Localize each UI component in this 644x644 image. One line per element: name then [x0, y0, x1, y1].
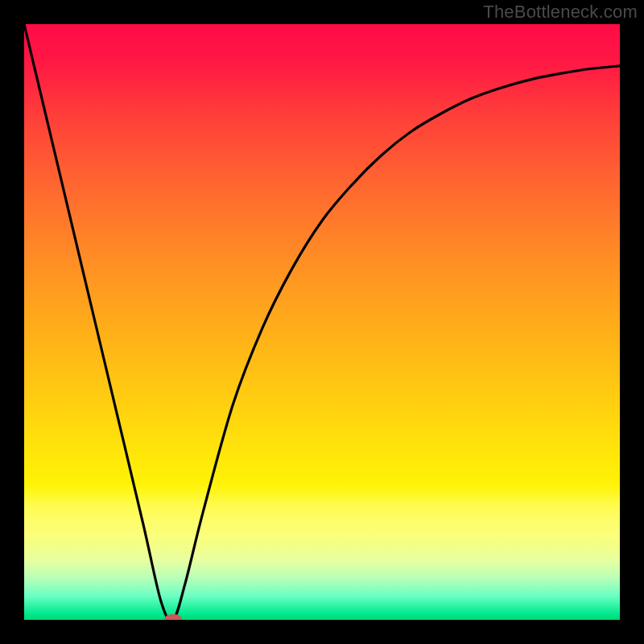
minimum-marker: [164, 614, 182, 620]
plot-area: [24, 24, 620, 620]
watermark-text: TheBottleneck.com: [483, 2, 638, 23]
chart-frame: TheBottleneck.com: [0, 0, 644, 644]
bottleneck-curve: [24, 24, 620, 620]
